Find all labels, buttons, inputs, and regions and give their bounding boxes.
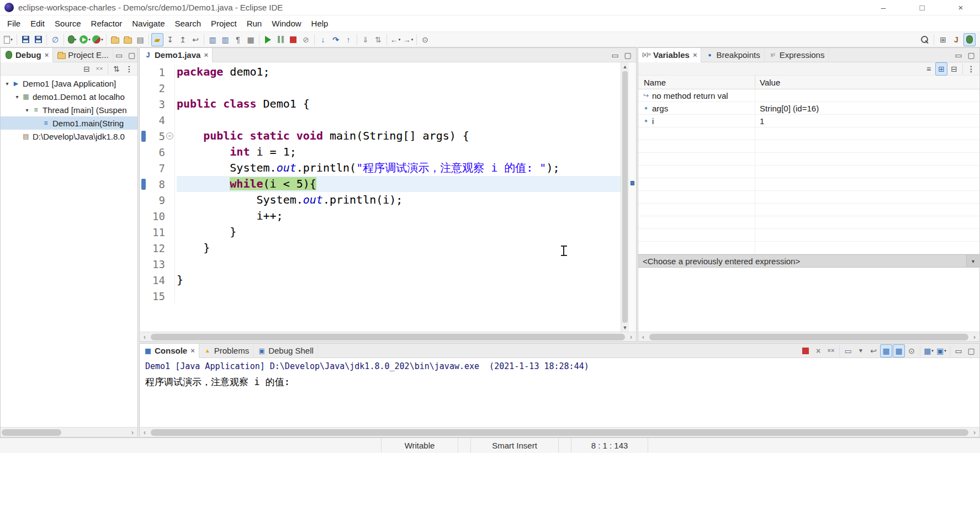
tab-console[interactable]: ▦Console× [140,344,199,358]
editor-margin[interactable] [140,96,147,112]
minimize-view-button[interactable]: ▭ [952,344,965,357]
scrollbar-thumb[interactable] [151,334,625,340]
save-all-button[interactable] [32,33,44,46]
editor-margin[interactable] [140,208,147,224]
scroll-left-icon[interactable]: ‹ [638,332,648,341]
search-button[interactable] [919,33,931,46]
scroll-down-icon[interactable]: ▼ [621,323,629,332]
menu-item-source[interactable]: Source [50,15,86,31]
use-step-filters-button[interactable]: ⇅ [372,33,384,46]
show-on-stdout-button[interactable]: ▦ [880,344,892,357]
scrollbar-thumb[interactable] [151,429,968,436]
tab-problems[interactable]: ▲Problems [199,344,253,357]
maximize-view-button[interactable]: ▢ [965,49,977,62]
tree-item[interactable]: ▾≡Thread [main] (Suspen [1,103,137,116]
variables-horizontal-scrollbar[interactable]: ‹ › [638,332,979,341]
disconnect-button[interactable]: ⊘ [300,33,312,46]
menu-item-file[interactable]: File [2,15,25,31]
maximize-view-button[interactable]: ▢ [965,344,977,357]
scrollbar-thumb[interactable] [649,334,968,340]
next-annotation-button[interactable]: ↧ [164,33,176,46]
show-type-names-button[interactable]: ≡ [923,62,935,76]
word-wrap-button[interactable]: ↩ [867,344,880,357]
line-number[interactable]: 14 [147,274,165,286]
maximize-view-button[interactable]: ▢ [622,49,634,62]
variable-row[interactable]: ●i1 [638,115,979,127]
editor-margin[interactable] [140,288,147,304]
tab-debug-shell[interactable]: ▣Debug Shell [253,344,318,357]
editor-margin[interactable] [140,128,147,144]
tab-debug[interactable]: Debug× [1,48,53,62]
tab-variables[interactable]: (x)=Variables× [638,48,701,62]
open-perspective-button[interactable]: ⊞ [937,33,949,46]
drop-to-frame-button[interactable]: ⇓ [359,33,372,46]
code-text[interactable]: public static void main(String[] args) { [177,128,621,144]
maximize-view-button[interactable]: ▢ [126,49,138,62]
tree-item[interactable]: ▾▶Demo1 [Java Application] [1,77,137,90]
editor-margin[interactable] [140,80,147,96]
show-whitespace-button[interactable]: ¶ [232,33,244,46]
fold-margin[interactable]: − [165,128,175,144]
collapse-all-button[interactable]: ⊟ [948,62,960,76]
last-edit-location-button[interactable]: ↩ [189,33,202,46]
remove-launch-button[interactable]: × [812,344,824,357]
current-line-marker-icon[interactable] [631,181,634,185]
column-header-value[interactable]: Value [755,78,979,87]
line-number[interactable]: 9 [147,194,165,206]
line-number[interactable]: 2 [147,82,165,94]
scroll-lock-button[interactable]: ▼ [855,344,867,357]
terminate-button[interactable] [799,344,812,357]
line-number[interactable]: 12 [147,242,165,254]
code-text[interactable]: i++; [177,208,621,224]
code-area[interactable]: 1package demo1;23public class Demo1 {45−… [140,62,621,332]
line-number[interactable]: 4 [147,114,165,126]
terminate-button[interactable] [287,33,299,46]
expander-icon[interactable]: ▾ [13,94,22,100]
code-text[interactable]: public class Demo1 { [177,96,621,112]
filter-button[interactable]: ⇅ [110,62,123,76]
editor-margin[interactable] [140,112,147,128]
close-button[interactable]: × [941,0,980,15]
resume-button[interactable] [262,33,274,46]
open-folder-button[interactable] [109,33,121,46]
scroll-right-icon[interactable]: › [970,332,979,341]
console-horizontal-scrollbar[interactable]: ‹ › [140,427,979,437]
collapse-all-button[interactable]: ⊟ [81,62,93,76]
tab-project-e-[interactable]: Project E... [53,48,113,62]
clipboard2-button[interactable]: ▥ [219,33,231,46]
code-text[interactable]: while(i < 5){ [177,176,621,192]
save-button[interactable] [19,33,31,46]
maximize-button[interactable]: □ [903,0,941,15]
line-number[interactable]: 10 [147,210,165,222]
line-number[interactable]: 5 [147,130,165,142]
close-icon[interactable]: × [190,346,195,355]
scroll-left-icon[interactable]: ‹ [140,332,150,341]
block-selection-button[interactable]: ▦ [245,33,257,46]
back-button[interactable]: ←▾ [389,33,401,46]
minimize-button[interactable]: – [864,0,903,15]
editor-margin[interactable] [140,240,147,256]
line-number[interactable]: 8 [147,178,165,190]
editor-margin[interactable] [140,176,147,192]
display-selected-console-button[interactable]: ▦▾ [923,344,935,357]
tab-demo1-java[interactable]: JDemo1.java× [140,48,213,62]
step-return-button[interactable]: ↑ [342,33,354,46]
variable-row[interactable]: ●argsString[0] (id=16) [638,102,979,115]
line-number[interactable]: 1 [147,66,165,78]
line-number[interactable]: 3 [147,98,165,110]
menu-item-search[interactable]: Search [169,15,206,31]
clear-console-button[interactable]: ▭ [842,344,854,357]
debug-perspective-button[interactable] [963,33,976,46]
tree-item[interactable]: ▾▦demo1.Demo1 at localho [1,90,137,103]
editor-margin[interactable] [140,64,147,80]
menu-item-run[interactable]: Run [242,15,267,31]
clipboard-button[interactable]: ▥ [206,33,219,46]
code-text[interactable]: System.out.println("程序调试演示，注意观察 i 的值: ")… [177,160,621,176]
prev-annotation-button[interactable]: ↥ [177,33,189,46]
tab-breakpoints[interactable]: ●Breakpoints [701,48,764,62]
remove-all-launches-button[interactable]: ×× [825,344,837,357]
debug-button[interactable]: ▾ [66,33,78,46]
scroll-right-icon[interactable]: › [128,428,137,437]
skip-all-breakpoints-button[interactable]: ∅ [49,33,61,46]
step-over-button[interactable]: ↷ [330,33,342,46]
